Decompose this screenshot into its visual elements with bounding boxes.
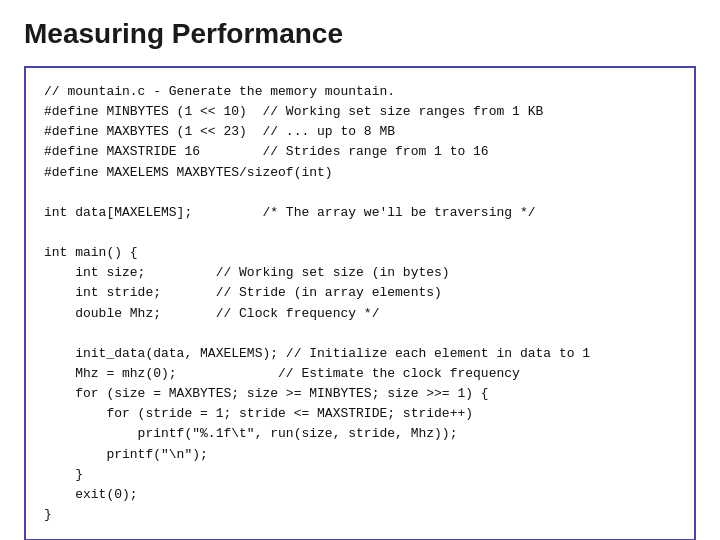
page-title: Measuring Performance — [24, 18, 696, 50]
code-block: // mountain.c - Generate the memory moun… — [24, 66, 696, 540]
page-container: Measuring Performance // mountain.c - Ge… — [0, 0, 720, 540]
